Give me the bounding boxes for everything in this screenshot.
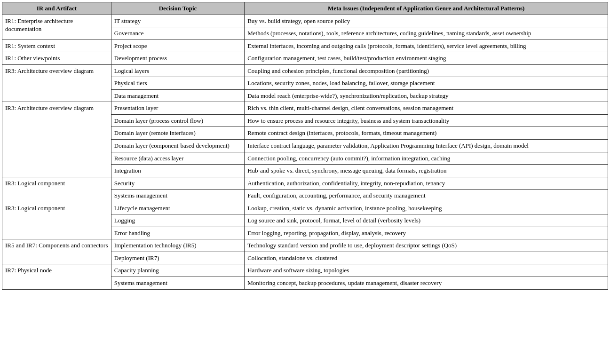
topic-cell: Logging	[111, 214, 244, 227]
meta-cell: Hub-and-spoke vs. direct, synchrony, mes…	[245, 165, 608, 177]
topic-cell: Development process	[111, 52, 244, 65]
ir-cell: IR3: Logical component	[2, 177, 111, 202]
meta-cell: Log source and sink, protocol, format, l…	[245, 214, 608, 227]
topic-cell: IT strategy	[111, 15, 244, 27]
meta-cell: Remote contract design (interfaces, prot…	[245, 127, 608, 140]
topic-cell: Systems management	[111, 190, 244, 202]
ir-cell: IR5 and IR7: Components and connectors	[2, 239, 111, 264]
header-meta: Meta Issues (Independent of Application …	[245, 2, 608, 15]
meta-cell: Connection pooling, concurrency (auto co…	[245, 152, 608, 165]
topic-cell: Security	[111, 177, 244, 190]
ir-cell: IR3: Architecture overview diagram	[2, 102, 111, 177]
topic-cell: Capacity planning	[111, 264, 244, 277]
ir-cell: IR7: Physical node	[2, 264, 111, 289]
topic-cell: Domain layer (remote interfaces)	[111, 127, 244, 140]
meta-cell: Buy vs. build strategy, open source poli…	[245, 15, 608, 27]
topic-cell: Systems management	[111, 277, 244, 290]
meta-cell: Interface contract language, parameter v…	[245, 140, 608, 152]
meta-cell: Technology standard version and profile …	[245, 239, 608, 252]
ir-cell: IR1: Other viewpoints	[2, 52, 111, 65]
meta-cell: Lookup, creation, static vs. dynamic act…	[245, 202, 608, 214]
ir-cell: IR3: Architecture overview diagram	[2, 64, 111, 102]
topic-cell: Integration	[111, 165, 244, 177]
topic-cell: Implementation technology (IR5)	[111, 239, 244, 252]
ir-cell: IR1: Enterprise architecture documentati…	[2, 15, 111, 40]
topic-cell: Domain layer (component-based developmen…	[111, 140, 244, 152]
topic-cell: Logical layers	[111, 64, 244, 77]
meta-cell: Coupling and cohesion principles, functi…	[245, 64, 608, 77]
meta-cell: Data model reach (enterprise-wide?), syn…	[245, 89, 608, 102]
meta-cell: How to ensure process and resource integ…	[245, 114, 608, 127]
meta-cell: Methods (processes, notations), tools, r…	[245, 27, 608, 40]
header-ir: IR and Artifact	[2, 2, 111, 15]
meta-cell: Configuration management, test cases, bu…	[245, 52, 608, 65]
topic-cell: Domain layer (process control flow)	[111, 114, 244, 127]
meta-cell: Locations, security zones, nodes, load b…	[245, 77, 608, 90]
topic-cell: Resource (data) access layer	[111, 152, 244, 165]
topic-cell: Error handling	[111, 227, 244, 239]
header-topic: Decision Topic	[111, 2, 244, 15]
topic-cell: Data management	[111, 89, 244, 102]
meta-cell: Monitoring concept, backup procedures, u…	[245, 277, 608, 290]
topic-cell: Physical tiers	[111, 77, 244, 90]
meta-cell: Error logging, reporting, propagation, d…	[245, 227, 608, 239]
topic-cell: Lifecycle management	[111, 202, 244, 214]
topic-cell: Governance	[111, 27, 244, 40]
meta-cell: Rich vs. thin client, multi-channel desi…	[245, 102, 608, 115]
topic-cell: Project scope	[111, 40, 244, 52]
topic-cell: Deployment (IR7)	[111, 252, 244, 264]
ir-cell: IR3: Logical component	[2, 202, 111, 239]
meta-cell: Hardware and software sizing, topologies	[245, 264, 608, 277]
meta-cell: External interfaces, incoming and outgoi…	[245, 40, 608, 52]
meta-cell: Authentication, authorization, confident…	[245, 177, 608, 190]
topic-cell: Presentation layer	[111, 102, 244, 115]
meta-cell: Fault, configuration, accounting, perfor…	[245, 190, 608, 202]
meta-cell: Collocation, standalone vs. clustered	[245, 252, 608, 264]
ir-cell: IR1: System context	[2, 40, 111, 52]
